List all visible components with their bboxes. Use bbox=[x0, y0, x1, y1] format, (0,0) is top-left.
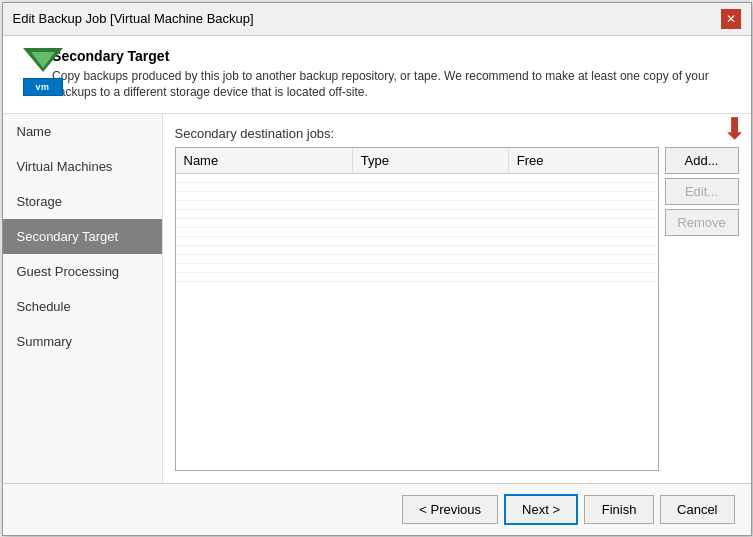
footer: < Previous Next > Finish Cancel bbox=[3, 483, 751, 535]
vm-box: vm bbox=[23, 78, 63, 96]
table-row bbox=[176, 264, 658, 273]
sidebar-item-secondary-target[interactable]: Secondary Target bbox=[3, 219, 162, 254]
table-row bbox=[176, 255, 658, 264]
title-bar: Edit Backup Job [Virtual Machine Backup]… bbox=[3, 3, 751, 36]
secondary-target-icon: vm bbox=[19, 48, 53, 96]
remove-button[interactable]: Remove bbox=[665, 209, 739, 236]
table-row bbox=[176, 228, 658, 237]
section-label: Secondary destination jobs: bbox=[175, 126, 739, 141]
sidebar-item-schedule[interactable]: Schedule bbox=[3, 289, 162, 324]
main-panel: Secondary destination jobs: Name Type Fr… bbox=[163, 114, 751, 482]
sidebar-item-summary[interactable]: Summary bbox=[3, 324, 162, 359]
arrow-down-inner bbox=[31, 52, 55, 68]
finish-button[interactable]: Finish bbox=[584, 495, 654, 524]
sidebar-item-name[interactable]: Name bbox=[3, 114, 162, 149]
add-button[interactable]: Add... bbox=[665, 147, 739, 174]
sidebar-item-virtual-machines[interactable]: Virtual Machines bbox=[3, 149, 162, 184]
col-name: Name bbox=[176, 148, 353, 174]
side-buttons: Add... ⬇ Edit... Remove bbox=[665, 147, 739, 470]
col-free: Free bbox=[508, 148, 657, 174]
dialog-title: Edit Backup Job [Virtual Machine Backup] bbox=[13, 11, 254, 26]
sidebar: Name Virtual Machines Storage Secondary … bbox=[3, 114, 163, 482]
table-and-buttons: Name Type Free bbox=[175, 147, 739, 470]
cancel-button[interactable]: Cancel bbox=[660, 495, 734, 524]
jobs-table-body bbox=[176, 174, 658, 282]
jobs-table: Name Type Free bbox=[176, 148, 658, 282]
table-row bbox=[176, 219, 658, 228]
table-row bbox=[176, 201, 658, 210]
sidebar-item-storage[interactable]: Storage bbox=[3, 184, 162, 219]
sidebar-item-guest-processing[interactable]: Guest Processing bbox=[3, 254, 162, 289]
table-row bbox=[176, 273, 658, 282]
table-row bbox=[176, 174, 658, 183]
edit-button[interactable]: Edit... bbox=[665, 178, 739, 205]
header-title: Secondary Target bbox=[52, 48, 734, 64]
table-row bbox=[176, 237, 658, 246]
table-row bbox=[176, 246, 658, 255]
dialog: Edit Backup Job [Virtual Machine Backup]… bbox=[2, 2, 752, 536]
table-row bbox=[176, 210, 658, 219]
header-area: vm Secondary Target Copy backups produce… bbox=[3, 36, 751, 115]
col-type: Type bbox=[352, 148, 508, 174]
vm-label: vm bbox=[35, 82, 49, 92]
table-row bbox=[176, 183, 658, 192]
close-button[interactable]: ✕ bbox=[721, 9, 741, 29]
jobs-table-container: Name Type Free bbox=[175, 147, 659, 470]
next-button[interactable]: Next > bbox=[504, 494, 578, 525]
content-area: Name Virtual Machines Storage Secondary … bbox=[3, 114, 751, 482]
header-description: Copy backups produced by this job to ano… bbox=[52, 68, 734, 102]
table-row bbox=[176, 192, 658, 201]
header-text: Secondary Target Copy backups produced b… bbox=[52, 48, 734, 102]
previous-button[interactable]: < Previous bbox=[402, 495, 498, 524]
